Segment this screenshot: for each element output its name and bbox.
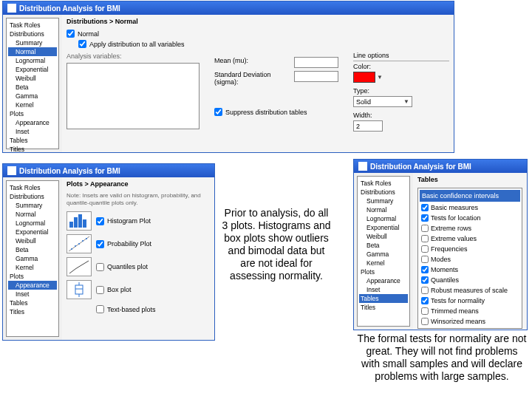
checkbox-text-based-plots[interactable]: Text-based plots [96, 305, 156, 313]
width-input[interactable]: 2 [353, 120, 383, 132]
titlebar-appearance[interactable]: Distribution Analysis for BMI [3, 164, 214, 177]
mean-input[interactable] [294, 57, 338, 68]
checkbox-suppress[interactable]: Suppress distribution tables [214, 108, 338, 116]
tree-item-task-roles[interactable]: Task Roles [8, 21, 57, 30]
svg-point-5 [71, 248, 72, 250]
tree-item-inset[interactable]: Inset [8, 127, 57, 136]
app-icon [358, 162, 367, 171]
tables-item-modes[interactable]: Modes [420, 254, 520, 265]
analysis-variables-list[interactable] [66, 63, 200, 129]
tables-item-extreme-rows[interactable]: Extreme rows [420, 223, 520, 233]
tree-item-plots[interactable]: Plots [8, 272, 57, 281]
tables-checklist[interactable]: Basic confidence intervals Basic measure… [417, 188, 522, 329]
tree-item-weibull[interactable]: Weibull [8, 74, 57, 83]
tree-item-distributions[interactable]: Distributions [359, 188, 408, 197]
sd-input[interactable] [294, 71, 338, 82]
annotation-normality: The formal tests for normality are not g… [356, 332, 528, 383]
tree-item-lognormal[interactable]: Lognormal [8, 219, 57, 228]
tree-item-normal[interactable]: Normal [8, 47, 57, 56]
checkbox-probability-plot[interactable]: Probability Plot [96, 240, 151, 248]
svg-point-8 [82, 240, 83, 242]
tree-item-beta[interactable]: Beta [359, 241, 408, 250]
tree-item-titles[interactable]: Titles [359, 303, 408, 312]
tree-item-task-roles[interactable]: Task Roles [8, 183, 57, 192]
tree-item-gamma[interactable]: Gamma [8, 92, 57, 100]
breadcrumb: Distributions > Normal [66, 18, 449, 25]
app-icon [7, 4, 16, 13]
tree-item-normal[interactable]: Normal [8, 210, 57, 219]
tree-item-distributions[interactable]: Distributions [8, 30, 57, 38]
checkbox-suppress-box[interactable] [214, 108, 222, 116]
window-normal: Distribution Analysis for BMI Task Roles… [2, 1, 454, 153]
titlebar-tables[interactable]: Distribution Analysis for BMI [354, 160, 527, 173]
checkbox-normal-box[interactable] [66, 30, 75, 38]
color-swatch[interactable] [353, 72, 375, 83]
tree-item-inset[interactable]: Inset [359, 285, 408, 294]
tables-item-tests-for-location[interactable]: Tests for location [420, 213, 520, 223]
nav-tree-tables[interactable]: Task RolesDistributionsSummaryNormalLogn… [357, 176, 410, 327]
nav-tree-normal[interactable]: Task RolesDistributionsSummaryNormalLogn… [6, 18, 59, 149]
svg-point-7 [78, 243, 80, 245]
checkbox-histogram-plot[interactable]: Histogram Plot [96, 217, 151, 225]
type-dropdown[interactable]: Solid ▼ [353, 96, 412, 107]
tree-item-distributions[interactable]: Distributions [8, 192, 57, 201]
tree-item-summary[interactable]: Summary [8, 201, 57, 210]
tree-item-exponential[interactable]: Exponential [8, 65, 57, 74]
checkbox-apply-all[interactable]: Apply distribution to all variables [78, 40, 449, 48]
tree-item-normal[interactable]: Normal [359, 205, 408, 214]
tree-item-tables[interactable]: Tables [8, 299, 57, 307]
tree-item-appearance[interactable]: Appearance [359, 276, 408, 285]
tree-item-titles[interactable]: Titles [8, 307, 57, 316]
sd-label: Standard Deviation (sigma): [214, 71, 288, 86]
checkbox-normal[interactable]: Normal [66, 30, 449, 38]
tables-item-robust-measures-of-scale[interactable]: Robust measures of scale [420, 285, 520, 296]
tree-item-inset[interactable]: Inset [8, 290, 57, 299]
tree-item-summary[interactable]: Summary [359, 197, 408, 205]
chevron-down-icon: ▼ [403, 98, 409, 105]
chevron-down-icon[interactable]: ▼ [377, 74, 383, 81]
tree-item-kernel[interactable]: Kernel [8, 100, 57, 109]
tables-item-tests-for-normality[interactable]: Tests for normality [420, 296, 520, 306]
tree-item-beta[interactable]: Beta [8, 245, 57, 254]
tree-item-gamma[interactable]: Gamma [8, 254, 57, 263]
tree-item-kernel[interactable]: Kernel [8, 263, 57, 272]
tree-item-summary[interactable]: Summary [8, 38, 57, 47]
tables-item-frequencies[interactable]: Frequencies [420, 244, 520, 254]
tree-item-titles[interactable]: Titles [8, 145, 57, 154]
tables-item-trimmed-means[interactable]: Trimmed means [420, 306, 520, 316]
tree-item-gamma[interactable]: Gamma [359, 250, 408, 259]
line-options-group: Line options Color: ▼ Type: Solid ▼ Widt… [353, 52, 449, 132]
tree-item-lognormal[interactable]: Lognormal [8, 56, 57, 65]
tree-item-exponential[interactable]: Exponential [8, 228, 57, 236]
tree-item-tables[interactable]: Tables [359, 294, 408, 303]
tree-item-appearance[interactable]: Appearance [8, 118, 57, 127]
tree-item-task-roles[interactable]: Task Roles [359, 179, 408, 188]
checkbox-quantiles-plot[interactable]: Quantiles plot [96, 263, 148, 271]
tree-item-plots[interactable]: Plots [8, 109, 57, 118]
tree-item-kernel[interactable]: Kernel [359, 259, 408, 267]
tree-item-weibull[interactable]: Weibull [8, 236, 57, 245]
tables-item-basic-measures[interactable]: Basic measures [420, 202, 520, 213]
tables-item-extreme-values[interactable]: Extreme values [420, 233, 520, 244]
checklist-header[interactable]: Basic confidence intervals [420, 190, 520, 202]
titlebar-normal[interactable]: Distribution Analysis for BMI [3, 1, 454, 15]
checkbox-apply-all-box[interactable] [78, 40, 86, 48]
tables-item-moments[interactable]: Moments [420, 265, 520, 275]
tree-item-weibull[interactable]: Weibull [359, 232, 408, 241]
tree-item-lognormal[interactable]: Lognormal [359, 214, 408, 223]
nav-tree-appearance[interactable]: Task RolesDistributionsSummaryNormalLogn… [6, 180, 59, 337]
tree-item-beta[interactable]: Beta [8, 83, 57, 92]
tree-item-exponential[interactable]: Exponential [359, 223, 408, 232]
title-text: Distribution Analysis for BMI [19, 167, 120, 175]
tree-item-tables[interactable]: Tables [8, 136, 57, 145]
tree-item-plots[interactable]: Plots [359, 267, 408, 276]
plot-row-probability-plot: Probability Plot [66, 234, 210, 253]
checkbox-box-plot[interactable]: Box plot [96, 286, 132, 294]
tables-item-quantiles[interactable]: Quantiles [420, 275, 520, 285]
tables-item-winsorized-means[interactable]: Winsorized means [420, 316, 520, 327]
tree-item-appearance[interactable]: Appearance [8, 281, 57, 290]
color-label: Color: [353, 63, 449, 70]
window-tables: Distribution Analysis for BMI Task Roles… [353, 159, 528, 330]
mean-label: Mean (mu): [214, 57, 288, 64]
analysis-label: Analysis variables: [66, 52, 200, 60]
